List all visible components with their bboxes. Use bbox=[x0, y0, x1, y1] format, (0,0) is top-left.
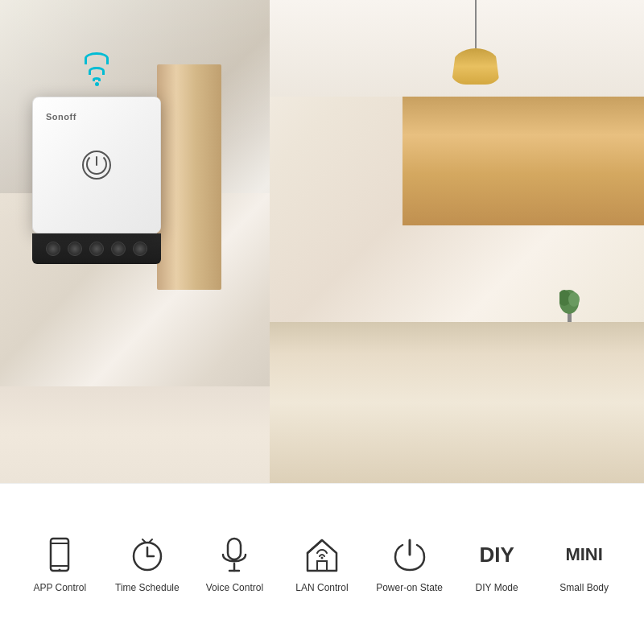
brand-label: Sonoff bbox=[46, 112, 76, 122]
power-on-state-label: Power-on State bbox=[376, 582, 443, 593]
svg-point-3 bbox=[568, 292, 580, 307]
terminal-screw-3 bbox=[89, 242, 104, 256]
right-background bbox=[270, 0, 644, 483]
diy-mode-icon: DIY bbox=[477, 535, 516, 574]
diy-mode-label: DIY Mode bbox=[476, 582, 518, 593]
small-body-label: Small Body bbox=[559, 582, 609, 593]
app-control-label: APP Control bbox=[33, 582, 86, 593]
plant-decoration bbox=[559, 282, 580, 322]
diy-text: DIY bbox=[479, 535, 514, 574]
power-on-state-icon bbox=[390, 535, 429, 574]
svg-rect-13 bbox=[228, 539, 241, 559]
lan-control-icon bbox=[303, 535, 341, 574]
terminal-screw-1 bbox=[46, 242, 60, 256]
terminal-screw-2 bbox=[68, 242, 82, 256]
mini-text: MINI bbox=[565, 535, 602, 574]
app-control-icon bbox=[40, 535, 79, 574]
time-schedule-label: Time Schedule bbox=[115, 582, 180, 593]
feature-app-control: APP Control bbox=[23, 535, 96, 593]
feature-small-body: MINI Small Body bbox=[548, 535, 621, 593]
time-schedule-icon bbox=[128, 535, 167, 574]
left-background: Sonoff bbox=[0, 0, 270, 483]
pendant-lamp bbox=[452, 0, 500, 85]
device-body: Sonoff bbox=[32, 97, 161, 233]
svg-line-11 bbox=[142, 539, 146, 543]
feature-time-schedule: Time Schedule bbox=[111, 535, 184, 593]
product-hero: Sonoff bbox=[0, 0, 644, 483]
power-button-icon bbox=[82, 151, 111, 180]
feature-voice-control: Voice Control bbox=[198, 535, 270, 593]
svg-rect-16 bbox=[317, 561, 327, 571]
svg-point-7 bbox=[59, 568, 61, 571]
terminal-screw-4 bbox=[111, 242, 126, 256]
svg-point-17 bbox=[320, 556, 323, 559]
voice-control-icon bbox=[215, 535, 254, 574]
terminal-screw-5 bbox=[133, 242, 147, 256]
features-bar: APP Control Time Schedule Voice Control bbox=[0, 483, 644, 644]
feature-diy-mode: DIY DIY Mode bbox=[460, 535, 533, 593]
device-terminal-base bbox=[32, 233, 161, 264]
feature-power-on-state: Power-on State bbox=[374, 535, 446, 593]
svg-line-12 bbox=[149, 539, 152, 543]
feature-lan-control: LAN Control bbox=[286, 535, 358, 593]
mini-icon: MINI bbox=[565, 535, 604, 574]
voice-control-label: Voice Control bbox=[206, 582, 263, 593]
lan-control-label: LAN Control bbox=[295, 582, 348, 593]
sonoff-device: Sonoff bbox=[32, 97, 161, 264]
wifi-signal-icon bbox=[85, 52, 109, 86]
